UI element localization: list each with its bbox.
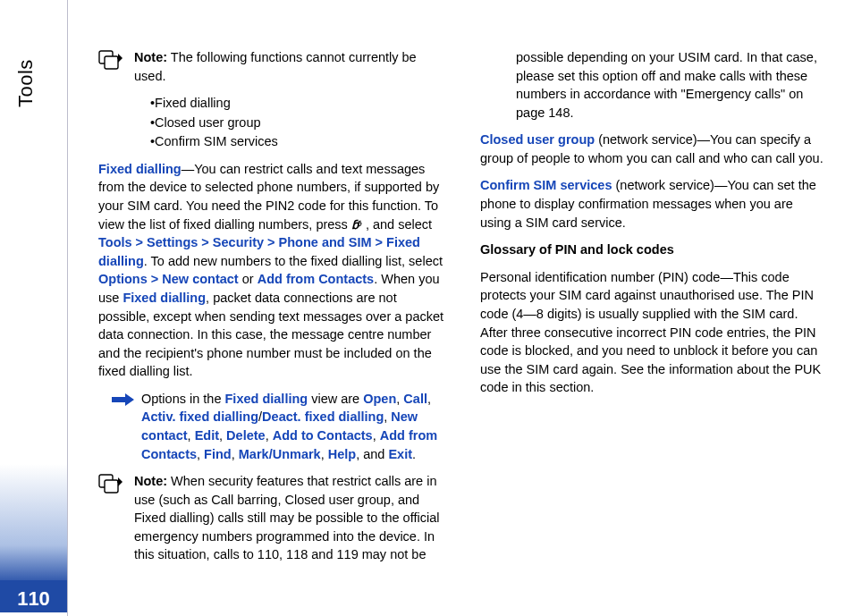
vertical-divider	[67, 0, 68, 616]
fixed-dialling-para: Fixed dialling—You can restrict calls an…	[98, 160, 444, 381]
note-icon	[98, 474, 123, 494]
pin-code-para: Personal identification number (PIN) cod…	[480, 268, 826, 397]
svg-text:ɓ: ɓ	[357, 220, 362, 228]
tip-arrow-icon	[111, 392, 134, 407]
note-block-1: Note: The following functions cannot cur…	[98, 48, 444, 85]
note-label: Note:	[134, 50, 167, 64]
svg-rect-6	[105, 480, 118, 493]
note1-bullets: •Fixed dialling •Closed user group •Conf…	[150, 94, 444, 151]
closed-user-group-para: Closed user group (network service)—You …	[480, 131, 826, 167]
closed-user-group-term: Closed user group	[480, 132, 595, 147]
bullet-item: •Confirm SIM services	[150, 132, 444, 151]
menu-key-icon: ɓɓ	[351, 219, 366, 232]
note1-body: The following functions cannot currently…	[134, 50, 417, 83]
fixed-dialling-term: Fixed dialling	[98, 162, 182, 176]
note1-text: Note: The following functions cannot cur…	[134, 48, 444, 85]
page-number-gradient	[0, 464, 67, 580]
note-label: Note:	[134, 474, 167, 488]
tip-block: Options in the Fixed dialling view are O…	[111, 390, 444, 463]
tip-text: Options in the Fixed dialling view are O…	[141, 390, 444, 463]
confirm-sim-term: Confirm SIM services	[480, 178, 612, 192]
page-content: Note: The following functions cannot cur…	[98, 48, 826, 573]
section-title: Tools	[14, 59, 38, 107]
note-icon	[98, 50, 123, 70]
confirm-sim-para: Confirm SIM services (network service)—Y…	[480, 176, 826, 232]
bullet-item: •Fixed dialling	[150, 94, 444, 113]
glossary-heading: Glossary of PIN and lock codes	[480, 240, 826, 259]
bullet-item: •Closed user group	[150, 114, 444, 132]
page-number: 110	[0, 587, 67, 611]
svg-rect-1	[105, 56, 118, 69]
